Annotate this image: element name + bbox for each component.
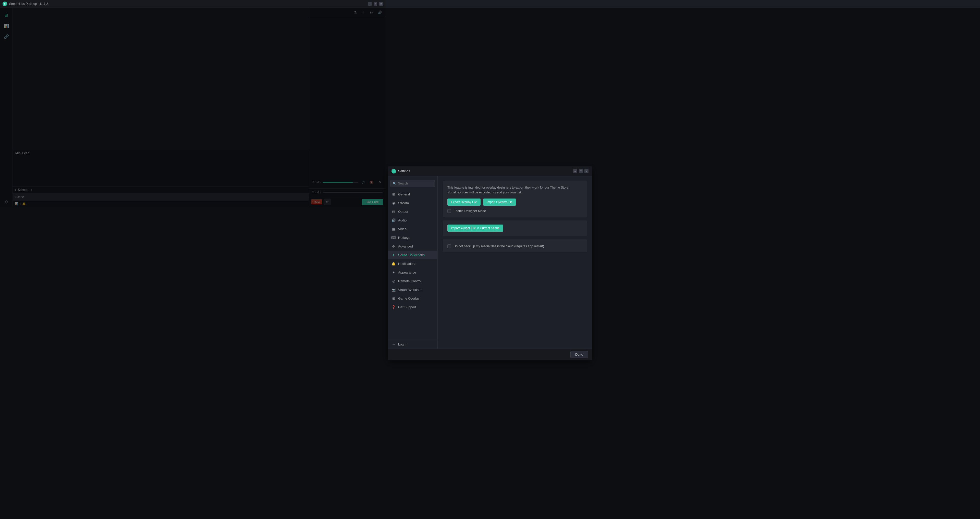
app-title: Streamlabs Desktop - 1.11.2	[9, 2, 368, 6]
maximize-button[interactable]: □	[374, 2, 377, 6]
title-bar: S Streamlabs Desktop - 1.11.2 – □ ×	[0, 0, 385, 8]
modal-overlay: Settings – □ × 🔍 ⊞ General ◉ Stream	[0, 8, 385, 207]
window-controls: – □ ×	[368, 2, 383, 6]
app-logo: S	[3, 2, 7, 6]
minimize-button[interactable]: –	[368, 2, 372, 6]
close-button[interactable]: ×	[379, 2, 383, 6]
